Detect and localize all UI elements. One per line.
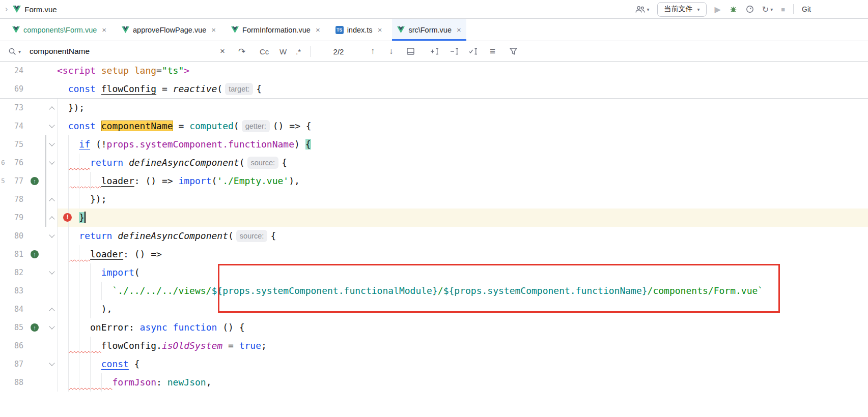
- whole-words-toggle[interactable]: W: [279, 41, 287, 62]
- fold-open-icon[interactable]: [50, 142, 55, 147]
- close-tab-icon[interactable]: ×: [457, 25, 461, 34]
- code-line-24[interactable]: <script setup lang="ts">: [57, 62, 868, 80]
- close-tab-icon[interactable]: ×: [316, 25, 320, 34]
- profiler-button[interactable]: [746, 5, 754, 13]
- editor-row-69: 69 const flowConfig = reactive(target:{: [0, 80, 868, 98]
- debug-button[interactable]: [729, 5, 738, 13]
- code-token: >: [184, 65, 189, 76]
- search-history-icon[interactable]: ↷: [238, 41, 245, 62]
- close-tab-icon[interactable]: ×: [102, 25, 106, 34]
- vue-logo-icon: [13, 6, 21, 13]
- fold-open-icon[interactable]: [50, 233, 55, 239]
- tab-5[interactable]: src\Form.vue×: [392, 19, 466, 41]
- code-token: =: [156, 83, 173, 94]
- regex-toggle[interactable]: .*: [296, 41, 301, 62]
- fold-end-icon[interactable]: [50, 105, 55, 110]
- code-line-88[interactable]: formJson: newJson,: [57, 373, 868, 392]
- tab-3[interactable]: FormInformation.vue×: [226, 19, 325, 41]
- fold-open-icon[interactable]: [50, 325, 55, 330]
- line-number: 76: [0, 154, 23, 172]
- next-match-button[interactable]: ↓: [389, 41, 394, 62]
- gutter-marker-icon[interactable]: ↑: [31, 177, 39, 185]
- gutter: 79: [0, 208, 57, 227]
- find-bar: ▾ componentName × ↷ Cc W .* 2/2 ↑ ↓ ≡: [0, 41, 868, 62]
- gutter: 81↑: [0, 245, 57, 263]
- code-token: const: [68, 83, 96, 94]
- editor-row-83: 83 `./../../../views/${props.systemCompo…: [0, 282, 868, 300]
- code-line-78[interactable]: });: [57, 190, 868, 208]
- code-line-82[interactable]: import(: [57, 263, 868, 282]
- add-occurrence-button[interactable]: [430, 41, 439, 62]
- code-line-80[interactable]: return defineAsyncComponent(source:{: [57, 227, 868, 245]
- code-token: computed: [189, 121, 234, 131]
- filter-button[interactable]: [510, 41, 517, 62]
- inlay-hint: source:: [247, 157, 279, 169]
- editor[interactable]: 24<script setup lang="ts">69 const flowC…: [0, 62, 868, 392]
- remove-occurrence-button[interactable]: [450, 41, 459, 62]
- code-line-85[interactable]: onError: async function () {: [57, 318, 868, 337]
- rerun-button[interactable]: ↻ ▾: [762, 5, 773, 14]
- code-line-77[interactable]: loader: () => import('./Empty.vue'),: [57, 172, 868, 190]
- code-line-83[interactable]: `./../../../views/${props.systemComponen…: [57, 282, 868, 300]
- code-line-73[interactable]: });: [57, 99, 868, 117]
- line-number: 86: [0, 337, 23, 355]
- tab-label: FormInformation.vue: [242, 26, 311, 34]
- chevron-down-icon: ▾: [770, 7, 773, 12]
- fold-open-icon[interactable]: [50, 362, 55, 367]
- code-token: reactive: [173, 83, 217, 94]
- stop-button[interactable]: ■: [781, 6, 785, 13]
- bug-icon: [729, 5, 738, 13]
- main-toolbar: ▾ 当前文件 ▾ ▶ ↻ ▾ ■ Git: [635, 2, 868, 17]
- select-all-occurrences-button[interactable]: [469, 41, 478, 62]
- code-line-75[interactable]: if (!props.systemComponent.functionName)…: [57, 135, 868, 154]
- fold-open-icon[interactable]: [50, 124, 55, 129]
- line-number: 87: [0, 355, 23, 373]
- code-line-81[interactable]: loader: () =>: [57, 245, 868, 263]
- editor-row-86: 86 flowConfig.isOldSystem = true;: [0, 337, 868, 355]
- fold-open-icon[interactable]: [50, 160, 55, 165]
- tab-1[interactable]: components\Form.vue×: [7, 19, 111, 41]
- nav-chevron-icon[interactable]: ›: [5, 5, 8, 14]
- fold-end-icon[interactable]: [50, 197, 55, 202]
- code-token: ${props.systemComponent.functionalModule…: [211, 285, 437, 296]
- git-widget[interactable]: Git: [802, 5, 811, 13]
- code-line-84[interactable]: ),: [57, 300, 868, 318]
- search-options-button[interactable]: ≡: [490, 41, 495, 62]
- tab-4[interactable]: TSindex.ts×: [330, 19, 387, 41]
- match-case-toggle[interactable]: Cc: [260, 41, 269, 62]
- code-line-74[interactable]: const componentName = computed(getter:()…: [57, 117, 868, 135]
- run-button[interactable]: ▶: [715, 5, 721, 14]
- fold-end-icon[interactable]: [50, 307, 55, 312]
- code-with-me-button[interactable]: ▾: [635, 6, 649, 13]
- gutter-marker-icon[interactable]: ↑: [31, 250, 39, 258]
- line-number: 77: [0, 172, 23, 190]
- close-tab-icon[interactable]: ×: [378, 25, 382, 34]
- line-number: 85: [0, 318, 23, 337]
- code-token: `./../../../views/: [112, 285, 211, 296]
- gutter-marker-icon[interactable]: ↑: [31, 323, 39, 332]
- fold-end-icon[interactable]: [50, 215, 55, 220]
- code-token: lang: [134, 65, 156, 76]
- fold-open-icon[interactable]: [50, 270, 55, 275]
- search-input[interactable]: componentName: [30, 41, 90, 62]
- search-input-icon[interactable]: ▾: [8, 41, 21, 62]
- clear-search-icon[interactable]: ×: [220, 41, 225, 62]
- code-line-87[interactable]: const {: [57, 355, 868, 373]
- code-token: /components/Form.vue`: [648, 285, 764, 296]
- run-config-selector[interactable]: 当前文件 ▾: [657, 2, 706, 17]
- code-token: {: [282, 157, 287, 168]
- ts-icon: TS: [335, 26, 344, 34]
- code-line-76[interactable]: return defineAsyncComponent(source:{: [57, 154, 868, 172]
- code-line-86[interactable]: flowConfig.isOldSystem = true;: [57, 337, 868, 355]
- open-in-find-window-button[interactable]: [407, 41, 414, 62]
- run-config-label: 当前文件: [664, 5, 692, 14]
- close-tab-icon[interactable]: ×: [211, 25, 216, 34]
- gutter: 69: [0, 80, 57, 98]
- code-line-79[interactable]: ! }: [57, 208, 868, 227]
- code-line-69[interactable]: const flowConfig = reactive(target:{: [57, 80, 868, 98]
- code-token: onError: [90, 322, 129, 333]
- indent-guides: [57, 135, 74, 154]
- tab-2[interactable]: approveFlowPage.vue×: [117, 19, 221, 41]
- indent-guides: [57, 337, 96, 355]
- prev-match-button[interactable]: ↑: [371, 41, 375, 62]
